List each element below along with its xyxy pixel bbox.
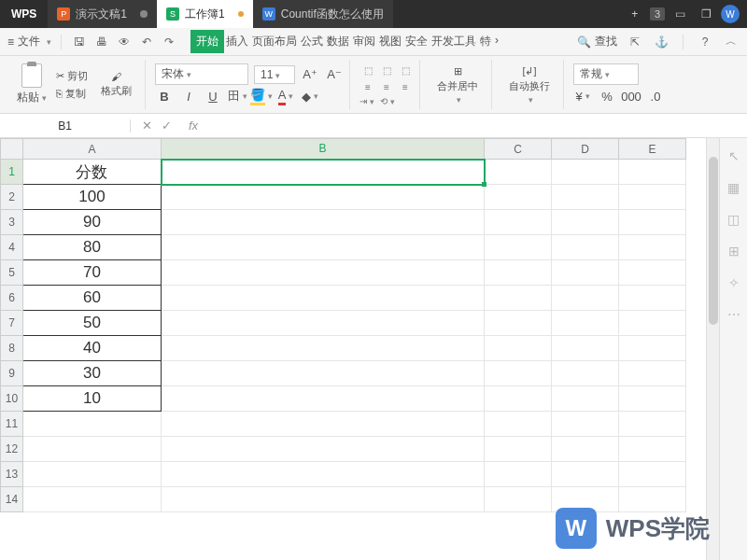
row-header[interactable]: 2: [1, 185, 23, 210]
cell[interactable]: [619, 386, 686, 412]
indent-button[interactable]: ⇥: [359, 96, 374, 106]
bold-button[interactable]: B: [155, 87, 174, 105]
row-header[interactable]: 8: [1, 336, 23, 361]
cell[interactable]: [552, 160, 619, 185]
tab-help[interactable]: W Countif函数怎么使用: [253, 0, 393, 28]
tab-security[interactable]: 安全: [403, 30, 430, 53]
file-menu[interactable]: ≡ 文件: [7, 34, 51, 49]
cell[interactable]: [619, 311, 686, 336]
cell-selected[interactable]: [162, 160, 485, 185]
cell[interactable]: [552, 311, 619, 336]
cell[interactable]: 40: [23, 336, 162, 361]
row-header[interactable]: 10: [1, 386, 23, 412]
fx-icon[interactable]: fx: [189, 119, 198, 133]
cell[interactable]: [162, 361, 485, 386]
row-header[interactable]: 13: [1, 462, 23, 487]
cut-button[interactable]: ✂ 剪切: [56, 69, 88, 83]
row-header[interactable]: 12: [1, 437, 23, 462]
currency-icon[interactable]: ¥: [573, 87, 592, 105]
cell[interactable]: [485, 361, 552, 386]
cell[interactable]: [485, 386, 552, 412]
side-tools-icon[interactable]: ✧: [726, 274, 742, 291]
tab-insert[interactable]: 插入: [224, 30, 250, 53]
cell[interactable]: [619, 160, 686, 185]
row-header[interactable]: 5: [1, 260, 23, 286]
cell-style-button[interactable]: ◆: [301, 87, 319, 105]
cell[interactable]: [552, 286, 619, 311]
cell[interactable]: [162, 235, 485, 260]
cell[interactable]: [162, 462, 485, 487]
col-header-D[interactable]: D: [552, 139, 619, 160]
row-header[interactable]: 9: [1, 361, 23, 386]
side-filter-icon[interactable]: ◫: [726, 211, 742, 228]
cell[interactable]: [485, 210, 552, 235]
number-format-select[interactable]: 常规: [573, 63, 639, 85]
align-bottom-icon[interactable]: ⬚: [397, 63, 414, 77]
cell[interactable]: 90: [23, 210, 162, 235]
cell[interactable]: [162, 487, 485, 512]
percent-icon[interactable]: %: [598, 87, 616, 105]
cell[interactable]: [619, 412, 686, 437]
vertical-scrollbar[interactable]: [706, 138, 719, 560]
tab-more[interactable]: 特: [478, 30, 493, 53]
cell[interactable]: [485, 437, 552, 462]
cell[interactable]: [552, 437, 619, 462]
cell[interactable]: 100: [23, 185, 162, 210]
cell[interactable]: 10: [23, 386, 162, 412]
cell[interactable]: [485, 336, 552, 361]
cell[interactable]: [552, 336, 619, 361]
cell[interactable]: 80: [23, 235, 162, 260]
cell[interactable]: [162, 311, 485, 336]
cell[interactable]: [485, 286, 552, 311]
cell[interactable]: [552, 235, 619, 260]
cell[interactable]: [552, 361, 619, 386]
share-icon[interactable]: ⇱: [627, 34, 643, 50]
spreadsheet-grid[interactable]: A B C D E 1分数 2100 390 480 570 660 750 8…: [0, 138, 686, 512]
align-middle-icon[interactable]: ⬚: [378, 63, 395, 77]
cell[interactable]: [485, 311, 552, 336]
search-button[interactable]: 🔍 查找: [577, 34, 617, 49]
cell[interactable]: 30: [23, 361, 162, 386]
align-left-icon[interactable]: ≡: [359, 79, 376, 94]
merge-button[interactable]: ⊞ 合并居中: [430, 63, 486, 106]
underline-button[interactable]: U: [204, 87, 222, 105]
align-center-icon[interactable]: ≡: [378, 79, 395, 94]
cell[interactable]: [619, 462, 686, 487]
collapse-icon[interactable]: ︿: [723, 34, 740, 50]
cell[interactable]: [162, 386, 485, 412]
help-icon[interactable]: ?: [697, 34, 713, 50]
print-icon[interactable]: 🖶: [93, 34, 110, 50]
tab-view[interactable]: 视图: [377, 30, 403, 53]
font-size-select[interactable]: 11: [254, 65, 295, 84]
border-button[interactable]: 田: [228, 87, 247, 105]
tab-close-icon[interactable]: [140, 10, 148, 18]
cell[interactable]: [619, 260, 686, 286]
save-icon[interactable]: 🖫: [71, 34, 88, 50]
cell[interactable]: [485, 185, 552, 210]
font-name-select[interactable]: 宋体: [155, 63, 248, 85]
cell[interactable]: 70: [23, 260, 162, 286]
cell[interactable]: [619, 235, 686, 260]
cell[interactable]: [162, 412, 485, 437]
tab-review[interactable]: 审阅: [351, 30, 377, 53]
cell[interactable]: [485, 260, 552, 286]
cell[interactable]: [23, 437, 162, 462]
avatar[interactable]: W: [721, 5, 740, 23]
col-header-C[interactable]: C: [485, 139, 552, 160]
side-select-icon[interactable]: ↖: [726, 147, 742, 164]
cell[interactable]: 60: [23, 286, 162, 311]
side-more-icon[interactable]: ⋯: [726, 306, 742, 323]
font-color-button[interactable]: A: [276, 87, 295, 105]
cancel-icon[interactable]: ✕: [142, 119, 152, 133]
tab-overflow[interactable]: ›: [493, 30, 500, 53]
cell[interactable]: [619, 286, 686, 311]
row-header[interactable]: 7: [1, 311, 23, 336]
cell[interactable]: [552, 412, 619, 437]
cell[interactable]: [552, 386, 619, 412]
new-tab-button[interactable]: +: [624, 3, 646, 25]
redo-icon[interactable]: ↷: [161, 34, 177, 50]
cell[interactable]: [162, 336, 485, 361]
row-header[interactable]: 14: [1, 487, 23, 512]
cell[interactable]: [552, 210, 619, 235]
cell[interactable]: [23, 487, 162, 512]
